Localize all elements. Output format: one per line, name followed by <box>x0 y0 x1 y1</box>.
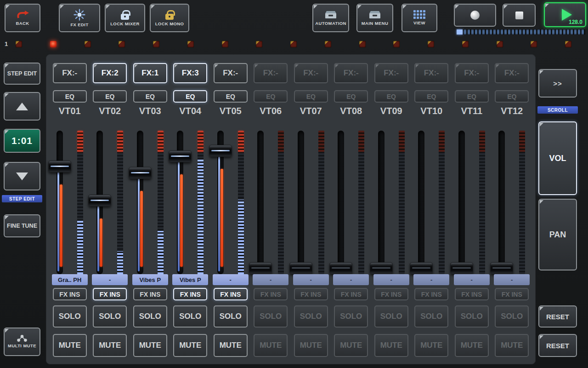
stop-button[interactable] <box>503 4 536 27</box>
fx-select-button[interactable]: FX:- <box>334 63 368 83</box>
fader-knob[interactable] <box>490 262 513 274</box>
fx-select-button[interactable]: FX:- <box>53 63 87 83</box>
eq-button[interactable]: EQ <box>53 90 87 103</box>
reset-solo-button[interactable]: RESET <box>538 305 577 328</box>
track-indicator-icon[interactable] <box>187 41 194 47</box>
fx-insert-button[interactable]: FX INS <box>334 288 368 300</box>
fx-select-button[interactable]: FX:- <box>294 63 328 83</box>
fader-knob[interactable] <box>450 262 473 274</box>
solo-button[interactable]: SOLO <box>173 305 207 328</box>
fx-insert-button[interactable]: FX INS <box>294 288 328 300</box>
fader-knob[interactable] <box>370 262 393 274</box>
multi-mute-button[interactable]: MULTI MUTE <box>4 328 40 356</box>
sample-name-label[interactable]: Vibes P <box>172 274 208 285</box>
sample-name-label[interactable]: - <box>253 274 288 285</box>
vol-mode-button[interactable]: VOL <box>538 121 577 195</box>
track-indicator-icon[interactable] <box>153 41 159 47</box>
fader-track[interactable] <box>57 131 63 274</box>
back-button[interactable]: BACK <box>5 4 40 32</box>
mute-button[interactable]: MUTE <box>254 334 288 357</box>
fader-knob[interactable] <box>410 262 433 274</box>
solo-button[interactable]: SOLO <box>254 305 288 328</box>
sample-name-label[interactable]: - <box>213 274 249 285</box>
track-indicator-icon[interactable] <box>531 41 537 47</box>
fx-insert-button[interactable]: FX INS <box>93 288 127 300</box>
main-menu-button[interactable]: MAIN MENU <box>356 4 393 32</box>
track-indicator-icon[interactable] <box>16 41 22 47</box>
fx-insert-button[interactable]: FX INS <box>53 288 87 300</box>
track-indicator-icon[interactable] <box>50 41 57 47</box>
sample-name-label[interactable]: - <box>333 274 369 285</box>
solo-button[interactable]: SOLO <box>495 305 529 328</box>
mute-button[interactable]: MUTE <box>133 334 167 357</box>
fader-track[interactable] <box>418 131 424 274</box>
track-indicator-icon[interactable] <box>393 41 400 47</box>
mute-button[interactable]: MUTE <box>495 334 529 357</box>
fader-track[interactable] <box>137 131 143 274</box>
lock-mixer-button[interactable]: LOCK MIXER <box>105 4 145 32</box>
fader-knob[interactable] <box>129 167 152 179</box>
mute-button[interactable]: MUTE <box>214 334 248 357</box>
fader-track[interactable] <box>378 131 384 274</box>
play-button[interactable]: 128.0 <box>544 2 586 27</box>
eq-button[interactable]: EQ <box>374 90 408 103</box>
fader-track[interactable] <box>217 131 224 274</box>
track-indicator-icon[interactable] <box>119 41 125 47</box>
fader-knob[interactable] <box>249 262 272 274</box>
track-indicator-icon[interactable] <box>359 41 366 47</box>
eq-button[interactable]: EQ <box>455 90 489 103</box>
track-indicator-icon[interactable] <box>462 41 469 47</box>
track-indicator-icon[interactable] <box>85 41 91 47</box>
eq-button[interactable]: EQ <box>214 90 248 103</box>
sample-name-label[interactable]: - <box>92 274 128 285</box>
mute-button[interactable]: MUTE <box>374 334 408 357</box>
fx-insert-button[interactable]: FX INS <box>455 288 489 300</box>
track-indicator-icon[interactable] <box>256 41 262 47</box>
sample-name-label[interactable]: - <box>413 274 449 285</box>
fx-select-button[interactable]: FX:1 <box>133 63 167 83</box>
mute-button[interactable]: MUTE <box>334 334 368 357</box>
fx-insert-button[interactable]: FX INS <box>374 288 408 300</box>
fader-track[interactable] <box>298 131 304 274</box>
fader-knob[interactable] <box>88 195 111 207</box>
eq-button[interactable]: EQ <box>495 90 529 103</box>
fader-track[interactable] <box>338 131 344 274</box>
solo-button[interactable]: SOLO <box>53 305 87 328</box>
fader-knob[interactable] <box>209 145 232 157</box>
fader-track[interactable] <box>177 131 183 274</box>
mute-button[interactable]: MUTE <box>53 334 87 357</box>
fx-insert-button[interactable]: FX INS <box>133 288 167 300</box>
fx-select-button[interactable]: FX:- <box>414 63 448 83</box>
track-indicator-icon[interactable] <box>222 41 228 47</box>
fx-select-button[interactable]: FX:- <box>214 63 248 83</box>
eq-button[interactable]: EQ <box>173 90 207 103</box>
track-indicator-icon[interactable] <box>325 41 331 47</box>
solo-button[interactable]: SOLO <box>133 305 167 328</box>
eq-button[interactable]: EQ <box>414 90 448 103</box>
solo-button[interactable]: SOLO <box>374 305 408 328</box>
song-position-bar[interactable] <box>457 29 585 34</box>
fine-tune-button[interactable]: FINE TUNE <box>4 214 40 237</box>
sample-name-label[interactable]: Gra.. PH <box>52 274 88 285</box>
fader-track[interactable] <box>257 131 264 274</box>
fx-select-button[interactable]: FX:3 <box>173 63 207 83</box>
eq-button[interactable]: EQ <box>93 90 127 103</box>
scroll-right-button[interactable]: >> <box>538 69 577 98</box>
solo-button[interactable]: SOLO <box>414 305 448 328</box>
track-indicator-icon[interactable] <box>290 41 297 47</box>
step-up-button[interactable] <box>4 92 40 121</box>
view-button[interactable]: VIEW <box>401 4 437 32</box>
mute-button[interactable]: MUTE <box>414 334 448 357</box>
fx-insert-button[interactable]: FX INS <box>495 288 529 300</box>
solo-button[interactable]: SOLO <box>93 305 127 328</box>
fx-edit-button[interactable]: FX EDIT <box>59 4 100 32</box>
fx-insert-button[interactable]: FX INS <box>173 288 207 300</box>
mute-button[interactable]: MUTE <box>455 334 489 357</box>
fader-knob[interactable] <box>169 150 192 162</box>
eq-button[interactable]: EQ <box>254 90 288 103</box>
solo-button[interactable]: SOLO <box>455 305 489 328</box>
fader-track[interactable] <box>458 131 465 274</box>
fx-select-button[interactable]: FX:- <box>374 63 408 83</box>
solo-button[interactable]: SOLO <box>334 305 368 328</box>
fx-insert-button[interactable]: FX INS <box>414 288 448 300</box>
